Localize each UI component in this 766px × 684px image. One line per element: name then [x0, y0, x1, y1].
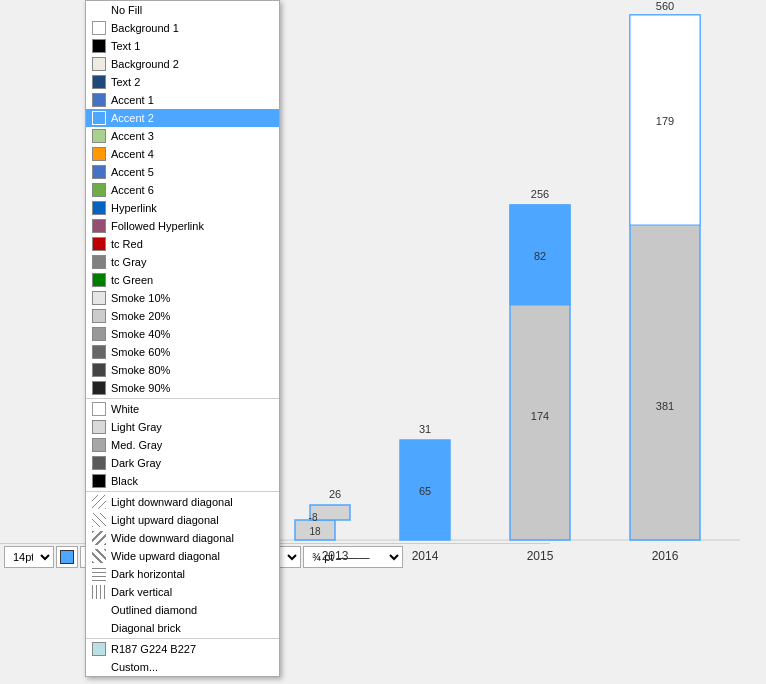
menu-item-wide-down-diag[interactable]: Wide downward diagonal	[86, 529, 279, 547]
menu-item-black[interactable]: Black	[86, 472, 279, 490]
svg-text:-8: -8	[309, 512, 318, 523]
color-swatch-text-1	[92, 39, 106, 53]
menu-item-light-up-diag[interactable]: Light upward diagonal	[86, 511, 279, 529]
menu-item-light-gray[interactable]: Light Gray	[86, 418, 279, 436]
menu-item-smoke-10[interactable]: Smoke 10%	[86, 289, 279, 307]
menu-item-custom-color[interactable]: R187 G224 B227	[86, 640, 279, 658]
fill-color-selector[interactable]	[56, 546, 78, 568]
menu-item-text-2[interactable]: Text 2	[86, 73, 279, 91]
menu-label-smoke-10: Smoke 10%	[111, 292, 170, 304]
color-swatch-accent-5	[92, 165, 106, 179]
menu-label-tc-red: tc Red	[111, 238, 143, 250]
font-size-select[interactable]: 14pt	[4, 546, 54, 568]
menu-label-dark-horiz: Dark horizontal	[111, 568, 185, 580]
menu-label-background-1: Background 1	[111, 22, 179, 34]
menu-item-outlined-diamond[interactable]: Outlined diamond	[86, 601, 279, 619]
color-swatch-dark-gray	[92, 456, 106, 470]
menu-item-background-1[interactable]: Background 1	[86, 19, 279, 37]
menu-label-smoke-60: Smoke 60%	[111, 346, 170, 358]
menu-label-diagonal-brick: Diagonal brick	[111, 622, 181, 634]
pattern-swatch-outlined-diamond	[92, 603, 106, 617]
bar-chart: 26 18 -8 31 65 256 82 174 560 1	[240, 0, 766, 684]
color-swatch-smoke-10	[92, 291, 106, 305]
menu-item-accent-3[interactable]: Accent 3	[86, 127, 279, 145]
menu-label-background-2: Background 2	[111, 58, 179, 70]
pattern-swatch-diagonal-brick	[92, 621, 106, 635]
menu-item-smoke-90[interactable]: Smoke 90%	[86, 379, 279, 397]
menu-item-accent-1[interactable]: Accent 1	[86, 91, 279, 109]
menu-item-accent-6[interactable]: Accent 6	[86, 181, 279, 199]
menu-label-black: Black	[111, 475, 138, 487]
menu-label-light-gray: Light Gray	[111, 421, 162, 433]
menu-label-accent-4: Accent 4	[111, 148, 154, 160]
color-swatch-smoke-90	[92, 381, 106, 395]
menu-item-dark-horiz[interactable]: Dark horizontal	[86, 565, 279, 583]
menu-label-smoke-80: Smoke 80%	[111, 364, 170, 376]
pattern-swatch-wide-down-diag	[92, 531, 106, 545]
menu-label-accent-3: Accent 3	[111, 130, 154, 142]
menu-label-accent-6: Accent 6	[111, 184, 154, 196]
color-swatch-accent-2	[92, 111, 106, 125]
menu-label-smoke-20: Smoke 20%	[111, 310, 170, 322]
menu-label-custom: Custom...	[111, 661, 158, 673]
menu-label-med-gray: Med. Gray	[111, 439, 162, 451]
menu-item-smoke-20[interactable]: Smoke 20%	[86, 307, 279, 325]
svg-text:18: 18	[309, 526, 321, 537]
menu-item-light-down-diag[interactable]: Light downward diagonal	[86, 493, 279, 511]
fill-color-dropdown[interactable]: No FillBackground 1Text 1Background 2Tex…	[85, 0, 280, 677]
fill-color-swatch	[60, 550, 74, 564]
menu-item-smoke-60[interactable]: Smoke 60%	[86, 343, 279, 361]
menu-item-accent-4[interactable]: Accent 4	[86, 145, 279, 163]
pattern-swatch-wide-up-diag	[92, 549, 106, 563]
color-swatch-text-2	[92, 75, 106, 89]
menu-item-dark-vert[interactable]: Dark vertical	[86, 583, 279, 601]
menu-label-tc-gray: tc Gray	[111, 256, 146, 268]
menu-label-light-up-diag: Light upward diagonal	[111, 514, 219, 526]
color-swatch-accent-6	[92, 183, 106, 197]
color-swatch-tc-green	[92, 273, 106, 287]
color-swatch-smoke-40	[92, 327, 106, 341]
menu-label-no-fill: No Fill	[111, 4, 142, 16]
menu-item-tc-gray[interactable]: tc Gray	[86, 253, 279, 271]
pattern-swatch-light-down-diag	[92, 495, 106, 509]
menu-item-wide-up-diag[interactable]: Wide upward diagonal	[86, 547, 279, 565]
menu-item-white[interactable]: White	[86, 400, 279, 418]
chart-area: 26 18 -8 31 65 256 82 174 560 1	[240, 0, 766, 684]
menu-item-smoke-40[interactable]: Smoke 40%	[86, 325, 279, 343]
menu-item-accent-2[interactable]: Accent 2	[86, 109, 279, 127]
color-swatch-white	[92, 402, 106, 416]
xlabel-2016: 2016	[652, 549, 679, 563]
menu-label-white: White	[111, 403, 139, 415]
color-swatch-accent-4	[92, 147, 106, 161]
xlabel-2013: 2013	[322, 549, 349, 563]
menu-item-tc-green[interactable]: tc Green	[86, 271, 279, 289]
color-swatch-background-2	[92, 57, 106, 71]
menu-separator	[86, 398, 279, 399]
menu-item-no-fill[interactable]: No Fill	[86, 1, 279, 19]
pattern-swatch-dark-vert	[92, 585, 106, 599]
menu-item-diagonal-brick[interactable]: Diagonal brick	[86, 619, 279, 637]
menu-item-followed-hyperlink[interactable]: Followed Hyperlink	[86, 217, 279, 235]
menu-item-accent-5[interactable]: Accent 5	[86, 163, 279, 181]
menu-item-text-1[interactable]: Text 1	[86, 37, 279, 55]
menu-label-tc-green: tc Green	[111, 274, 153, 286]
menu-separator	[86, 491, 279, 492]
menu-label-accent-5: Accent 5	[111, 166, 154, 178]
pattern-swatch-dark-horiz	[92, 567, 106, 581]
menu-label-dark-gray: Dark Gray	[111, 457, 161, 469]
menu-label-hyperlink: Hyperlink	[111, 202, 157, 214]
menu-item-hyperlink[interactable]: Hyperlink	[86, 199, 279, 217]
color-swatch-black	[92, 474, 106, 488]
menu-item-background-2[interactable]: Background 2	[86, 55, 279, 73]
menu-item-custom[interactable]: Custom...	[86, 658, 279, 676]
menu-item-dark-gray[interactable]: Dark Gray	[86, 454, 279, 472]
menu-label-followed-hyperlink: Followed Hyperlink	[111, 220, 204, 232]
menu-label-custom-color: R187 G224 B227	[111, 643, 196, 655]
menu-label-wide-down-diag: Wide downward diagonal	[111, 532, 234, 544]
xlabel-2015: 2015	[527, 549, 554, 563]
menu-label-light-down-diag: Light downward diagonal	[111, 496, 233, 508]
color-swatch-background-1	[92, 21, 106, 35]
menu-item-tc-red[interactable]: tc Red	[86, 235, 279, 253]
menu-item-med-gray[interactable]: Med. Gray	[86, 436, 279, 454]
menu-item-smoke-80[interactable]: Smoke 80%	[86, 361, 279, 379]
